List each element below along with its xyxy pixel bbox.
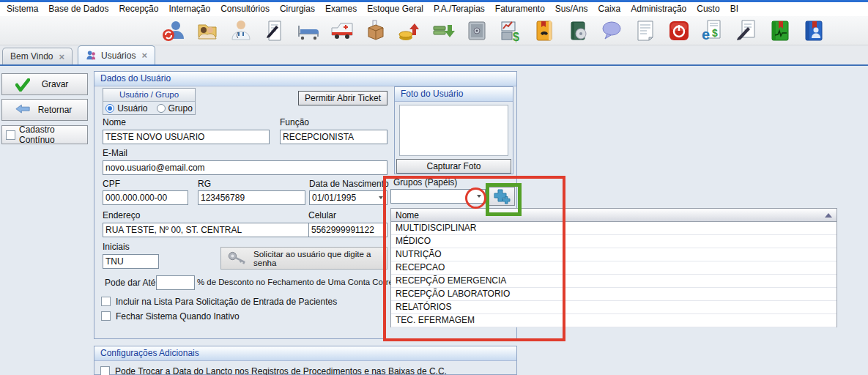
- app-window: SistemaBase de DadosRecepçãoInternaçãoCo…: [0, 0, 868, 375]
- tab-close-icon[interactable]: ×: [141, 51, 147, 60]
- user-data-panel-title: Dados do Usuário: [94, 72, 516, 86]
- groups-label: Grupos (Papéis): [393, 177, 457, 188]
- additional-settings-title: Configurações Adicionais: [94, 346, 516, 361]
- cash-register-icon[interactable]: $: [499, 19, 522, 42]
- iniciais-input[interactable]: [103, 254, 159, 269]
- menu-consult-rios[interactable]: Consultórios: [215, 2, 275, 16]
- sort-ascending-icon[interactable]: [825, 213, 832, 218]
- group-row[interactable]: MULTIDISCIPLINAR: [391, 222, 837, 235]
- svg-text:$: $: [712, 27, 718, 39]
- chevron-down-icon[interactable]: [379, 196, 383, 199]
- discount-input[interactable]: [156, 275, 195, 290]
- group-row[interactable]: RELATÓRIOS: [391, 301, 837, 314]
- request-password-label: Solicitar ao usuário que digite a senha: [253, 250, 387, 267]
- group-row[interactable]: RECEPCAO: [391, 261, 837, 275]
- additional-settings-panel: Configurações Adicionais Pode Trocar a D…: [94, 346, 517, 375]
- contract-icon[interactable]: [263, 19, 286, 42]
- endereco-input[interactable]: [103, 223, 314, 237]
- menubar: SistemaBase de DadosRecepçãoInternaçãoCo…: [0, 2, 868, 16]
- menu-estoque-geral[interactable]: Estoque Geral: [362, 2, 429, 16]
- menu-faturamento[interactable]: Faturamento: [490, 2, 550, 16]
- group-row[interactable]: TEC. EFERMAGEM: [391, 314, 837, 327]
- menu-caixa[interactable]: Caixa: [593, 2, 626, 16]
- discount-prefix-label: Pode dar Até:: [105, 278, 158, 288]
- celular-input[interactable]: [308, 223, 387, 237]
- group-row[interactable]: NUTRIÇÃO: [391, 248, 837, 261]
- photo-placeholder: [399, 105, 508, 156]
- groups-list-rows: MULTIDISCIPLINARMÉDICONUTRIÇÃORECEPCAORE…: [391, 222, 837, 327]
- menu-bi[interactable]: BI: [725, 2, 743, 16]
- back-button[interactable]: Retornar: [1, 99, 88, 121]
- groups-list-header-label: Nome: [396, 210, 419, 220]
- birthdate-combo[interactable]: 01/01/1995: [309, 190, 387, 205]
- manual-book-icon[interactable]: [566, 19, 590, 42]
- nome-label: Nome: [103, 117, 126, 127]
- menu-custo[interactable]: Custo: [691, 2, 724, 16]
- groups-list: Nome MULTIDISCIPLINARMÉDICONUTRIÇÃORECEP…: [390, 208, 837, 327]
- rg-label: RG: [198, 179, 211, 189]
- nome-input[interactable]: [103, 130, 270, 144]
- e-invoice-icon[interactable]: e$: [701, 19, 724, 42]
- funcao-input[interactable]: [280, 130, 387, 144]
- hospital-bed-icon[interactable]: [297, 19, 320, 42]
- change-date-checkbox[interactable]: [100, 366, 110, 375]
- expense-down-icon[interactable]: [431, 19, 455, 42]
- checkbox-icon[interactable]: [6, 130, 15, 140]
- radio-icon[interactable]: [157, 104, 166, 113]
- tab-usuarios[interactable]: Usuários ×: [78, 45, 155, 64]
- power-icon[interactable]: [667, 19, 691, 42]
- doctor-icon[interactable]: [229, 19, 253, 42]
- photo-panel-title: Foto do Usuário: [395, 87, 513, 102]
- allow-ticket-button[interactable]: Permitir Abrir Ticket: [298, 91, 387, 105]
- menu-sistema[interactable]: Sistema: [1, 2, 43, 16]
- chevron-down-icon[interactable]: [477, 195, 481, 198]
- users-sync-icon[interactable]: [162, 19, 185, 42]
- ambulance-icon[interactable]: [330, 19, 354, 42]
- email-label: E-Mail: [103, 148, 127, 158]
- save-button[interactable]: Gravar: [1, 73, 88, 95]
- tab-usuarios-label: Usuários: [101, 51, 136, 61]
- menu-p-a-terapias[interactable]: P.A./Terapias: [429, 2, 490, 16]
- safe-icon[interactable]: [465, 19, 489, 42]
- menu-base-de-dados[interactable]: Base de Dados: [43, 2, 114, 16]
- back-button-label: Retornar: [30, 105, 87, 115]
- request-password-button[interactable]: Solicitar ao usuário que digite a senha: [220, 247, 387, 270]
- include-list-checkbox[interactable]: [101, 297, 111, 306]
- capture-photo-button[interactable]: Capturar Foto: [396, 159, 511, 174]
- phone-directory-icon[interactable]: [533, 19, 556, 42]
- email-input[interactable]: [103, 160, 387, 175]
- menu-recep-o[interactable]: Recepção: [114, 2, 163, 16]
- tab-bem-vindo[interactable]: Bem Vindo ×: [2, 48, 73, 64]
- sign-document-icon[interactable]: [735, 19, 758, 42]
- menu-interna-o[interactable]: Internação: [163, 2, 215, 16]
- contacts-book-icon[interactable]: [802, 19, 826, 42]
- revenue-up-icon[interactable]: [398, 19, 421, 42]
- group-row[interactable]: MÉDICO: [391, 235, 837, 248]
- continuous-register-checkbox[interactable]: Cadastro Contínuo: [1, 125, 88, 144]
- user-group-typebox: Usuário / Grupo Usuário Grupo: [103, 88, 196, 115]
- rg-input[interactable]: [198, 190, 305, 205]
- save-button-label: Gravar: [30, 79, 87, 89]
- menu-administra-o[interactable]: Administração: [626, 2, 691, 16]
- invoice-icon[interactable]: [634, 19, 657, 42]
- patients-folder-icon[interactable]: [196, 19, 219, 42]
- menu-cirurgias[interactable]: Cirurgias: [275, 2, 320, 16]
- radio-grupo[interactable]: Grupo: [157, 103, 193, 114]
- cpf-input[interactable]: [103, 190, 188, 205]
- group-row[interactable]: RECEPÇÃO LABORATORIO: [391, 288, 837, 301]
- group-row[interactable]: RECEPÇÃO EMERGENCIA: [391, 275, 837, 288]
- health-log-icon[interactable]: [768, 19, 792, 42]
- radio-usuario[interactable]: Usuário: [105, 103, 147, 114]
- chat-icon[interactable]: [600, 19, 623, 42]
- photo-panel: Foto do Usuário Capturar Foto: [394, 86, 513, 174]
- radio-selected-icon[interactable]: [105, 104, 114, 113]
- stock-supplies-icon[interactable]: [364, 19, 387, 42]
- close-inactive-checkbox[interactable]: [101, 311, 111, 321]
- menu-exames[interactable]: Exames: [320, 2, 362, 16]
- groups-dropdown[interactable]: [390, 189, 486, 204]
- radio-grupo-label: Grupo: [168, 103, 193, 114]
- tab-close-icon[interactable]: ×: [59, 52, 64, 62]
- groups-list-header[interactable]: Nome: [391, 209, 837, 222]
- menu-sus-ans[interactable]: Sus/Ans: [550, 2, 593, 16]
- add-group-button[interactable]: [488, 187, 515, 206]
